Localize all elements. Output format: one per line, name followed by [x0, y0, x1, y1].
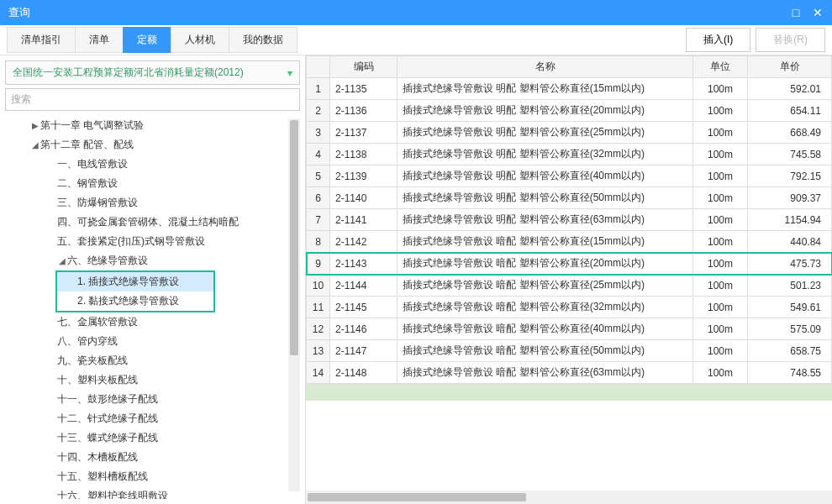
chevron-down-icon: ▾ [287, 67, 292, 79]
close-icon[interactable]: ✕ [812, 7, 824, 18]
tree-item[interactable]: 七、金属软管敷设 [5, 312, 300, 332]
tree-item[interactable]: 十三、蝶式绝缘子配线 [5, 428, 300, 448]
cell-unit: 100m [693, 100, 748, 122]
table-row[interactable]: 72-1141插接式绝缘导管敷设 明配 塑料管公称直径(63mm以内)100m1… [307, 209, 832, 231]
row-number: 6 [307, 187, 330, 209]
cell-price: 909.37 [748, 187, 832, 209]
table-row[interactable]: 92-1143插接式绝缘导管敷设 暗配 塑料管公称直径(20mm以内)100m4… [307, 253, 832, 275]
table-row[interactable]: 32-1137插接式绝缘导管敷设 明配 塑料管公称直径(25mm以内)100m6… [307, 122, 832, 144]
tree-item[interactable]: 四、可挠金属套管砌体、混凝土结构暗配 [5, 213, 300, 232]
col-unit-header[interactable]: 单位 [693, 56, 748, 78]
tree-item[interactable]: 2. 黏接式绝缘导管敷设 [57, 291, 213, 311]
collapse-icon[interactable]: ◢ [30, 140, 40, 150]
cell-code: 2-1139 [330, 165, 398, 187]
tree-item-ch12[interactable]: ◢第十二章 配管、配线 [5, 135, 300, 155]
table-row[interactable]: 42-1138插接式绝缘导管敷设 明配 塑料管公称直径(32mm以内)100m7… [307, 144, 832, 165]
table-row[interactable]: 142-1148插接式绝缘导管敷设 暗配 塑料管公称直径(63mm以内)100m… [307, 362, 832, 384]
collapse-icon[interactable]: ◢ [57, 256, 67, 265]
table-row[interactable]: 122-1146插接式绝缘导管敷设 暗配 塑料管公称直径(40mm以内)100m… [307, 318, 832, 340]
cell-code: 2-1143 [330, 253, 398, 275]
col-name-header[interactable]: 名称 [398, 56, 693, 78]
titlebar: 查询 □ ✕ [0, 0, 832, 25]
scrollbar-thumb[interactable] [308, 493, 526, 501]
cell-name: 插接式绝缘导管敷设 明配 塑料管公称直径(32mm以内) [398, 144, 693, 165]
cell-name: 插接式绝缘导管敷设 暗配 塑料管公称直径(63mm以内) [398, 362, 693, 384]
table-row[interactable]: 112-1145插接式绝缘导管敷设 暗配 塑料管公称直径(32mm以内)100m… [307, 297, 832, 318]
cell-unit: 100m [693, 253, 748, 275]
table-row[interactable]: 102-1144插接式绝缘导管敷设 暗配 塑料管公称直径(25mm以内)100m… [307, 275, 832, 297]
cell-price: 792.15 [748, 165, 832, 187]
col-num-header[interactable] [307, 56, 330, 78]
cell-price: 668.49 [748, 122, 832, 144]
cell-unit: 100m [693, 318, 748, 340]
tree-scrollbar[interactable] [288, 118, 300, 491]
tree-item[interactable]: 二、钢管敷设 [5, 174, 300, 193]
tab-list[interactable]: 清单 [75, 27, 123, 53]
table-row[interactable]: 62-1140插接式绝缘导管敷设 明配 塑料管公称直径(50mm以内)100m9… [307, 187, 832, 209]
cell-price: 748.55 [748, 362, 832, 384]
search-input[interactable]: 搜索 [5, 88, 300, 111]
row-number: 3 [307, 122, 330, 144]
tree-item[interactable]: 三、防爆钢管敷设 [5, 193, 300, 213]
cell-price: 654.11 [748, 100, 832, 122]
table-row[interactable]: 22-1136插接式绝缘导管敷设 明配 塑料管公称直径(20mm以内)100m6… [307, 100, 832, 122]
cell-unit: 100m [693, 340, 748, 362]
cell-name: 插接式绝缘导管敷设 暗配 塑料管公称直径(40mm以内) [398, 318, 693, 340]
tab-materials[interactable]: 人材机 [171, 27, 229, 53]
cell-price: 745.58 [748, 144, 832, 165]
table-row[interactable]: 82-1142插接式绝缘导管敷设 暗配 塑料管公称直径(15mm以内)100m4… [307, 231, 832, 253]
tab-mydata[interactable]: 我的数据 [229, 27, 298, 53]
cell-unit: 100m [693, 144, 748, 165]
cell-unit: 100m [693, 165, 748, 187]
cell-price: 658.75 [748, 340, 832, 362]
expand-icon[interactable]: ▶ [30, 121, 40, 130]
cell-name: 插接式绝缘导管敷设 暗配 塑料管公称直径(15mm以内) [398, 231, 693, 253]
cell-code: 2-1147 [330, 340, 398, 362]
quota-book-dropdown[interactable]: 全国统一安装工程预算定额河北省消耗量定额(2012) ▾ [5, 60, 300, 85]
table-row[interactable]: 132-1147插接式绝缘导管敷设 暗配 塑料管公称直径(50mm以内)100m… [307, 340, 832, 362]
cell-name: 插接式绝缘导管敷设 暗配 塑料管公称直径(20mm以内) [398, 253, 693, 275]
cell-code: 2-1148 [330, 362, 398, 384]
tree-item[interactable]: 九、瓷夹板配线 [5, 351, 300, 370]
cell-unit: 100m [693, 297, 748, 318]
maximize-icon[interactable]: □ [790, 7, 802, 18]
content-pane: 编码 名称 单位 单价 12-1135插接式绝缘导管敷设 明配 塑料管公称直径(… [306, 55, 832, 504]
tree: ▶第十一章 电气调整试验 ◢第十二章 配管、配线 一、电线管敷设 二、钢管敷设 … [5, 116, 300, 499]
tree-item[interactable]: 十、塑料夹板配线 [5, 370, 300, 390]
table-row[interactable]: 12-1135插接式绝缘导管敷设 明配 塑料管公称直径(15mm以内)100m5… [307, 78, 832, 100]
cell-code: 2-1137 [330, 122, 398, 144]
tab-list-guide[interactable]: 清单指引 [7, 27, 75, 53]
table-footer-bg [306, 384, 832, 401]
cell-unit: 100m [693, 187, 748, 209]
cell-price: 440.84 [748, 231, 832, 253]
col-price-header[interactable]: 单价 [748, 56, 832, 78]
cell-name: 插接式绝缘导管敷设 明配 塑料管公称直径(63mm以内) [398, 209, 693, 231]
tree-item[interactable]: 十一、鼓形绝缘子配线 [5, 390, 300, 409]
scrollbar-thumb[interactable] [290, 120, 298, 355]
cell-code: 2-1142 [330, 231, 398, 253]
cell-name: 插接式绝缘导管敷设 明配 塑料管公称直径(25mm以内) [398, 122, 693, 144]
table: 编码 名称 单位 单价 12-1135插接式绝缘导管敷设 明配 塑料管公称直径(… [306, 55, 832, 491]
tree-item[interactable]: 十二、针式绝缘子配线 [5, 409, 300, 428]
cell-unit: 100m [693, 122, 748, 144]
sidebar: 全国统一安装工程预算定额河北省消耗量定额(2012) ▾ 搜索 ▶第十一章 电气… [0, 55, 306, 504]
col-code-header[interactable]: 编码 [330, 56, 398, 78]
tree-item[interactable]: 五、套接紧定(扣压)式钢导管敷设 [5, 232, 300, 251]
tree-item-ch11[interactable]: ▶第十一章 电气调整试验 [5, 116, 300, 135]
insert-button[interactable]: 插入(I) [686, 28, 750, 52]
tree-item[interactable]: 十四、木槽板配线 [5, 448, 300, 467]
horizontal-scrollbar[interactable] [306, 491, 832, 504]
cell-name: 插接式绝缘导管敷设 明配 塑料管公称直径(40mm以内) [398, 165, 693, 187]
row-number: 14 [307, 362, 330, 384]
tree-item[interactable]: 八、管内穿线 [5, 332, 300, 351]
cell-unit: 100m [693, 78, 748, 100]
table-row[interactable]: 52-1139插接式绝缘导管敷设 明配 塑料管公称直径(40mm以内)100m7… [307, 165, 832, 187]
tab-quota[interactable]: 定额 [123, 27, 171, 53]
tree-item[interactable]: ◢六、绝缘导管敷设 [5, 251, 300, 270]
dropdown-value: 全国统一安装工程预算定额河北省消耗量定额(2012) [13, 66, 244, 80]
tree-item[interactable]: 一、电线管敷设 [5, 155, 300, 174]
tree-item[interactable]: 十五、塑料槽板配线 [5, 467, 300, 486]
tree-item-selected[interactable]: 1. 插接式绝缘导管敷设 [57, 272, 213, 291]
tree-item[interactable]: 十六、塑料护套线明敷设 [5, 486, 300, 499]
cell-name: 插接式绝缘导管敷设 暗配 塑料管公称直径(32mm以内) [398, 297, 693, 318]
